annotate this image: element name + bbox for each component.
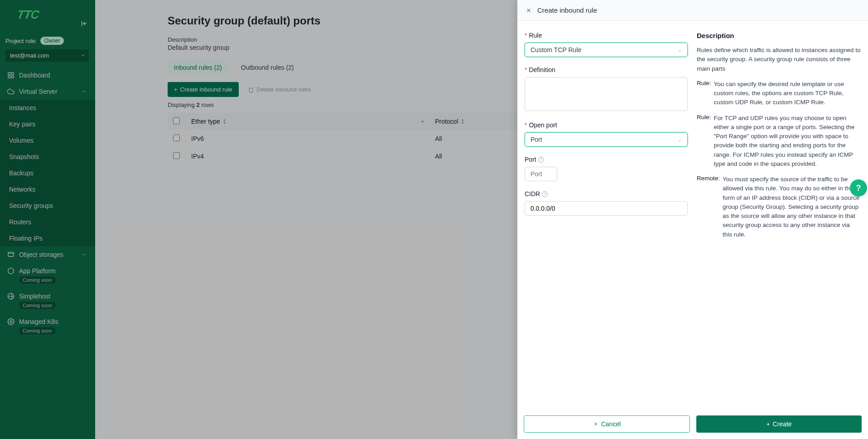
desc-term: Remote: xyxy=(697,175,720,239)
help-fab[interactable]: ? xyxy=(850,179,867,197)
cidr-input[interactable] xyxy=(525,201,688,216)
desc-item: Remote: You must specify the source of t… xyxy=(697,175,861,239)
drawer-header: Create inbound rule xyxy=(517,0,868,21)
create-button[interactable]: + Create xyxy=(696,415,862,433)
port-input[interactable] xyxy=(525,167,557,181)
open-port-select[interactable]: Port ⌄ xyxy=(525,132,688,147)
open-port-label: Open port xyxy=(529,121,557,129)
desc-item: Rule: For TCP and UDP rules you may choo… xyxy=(697,114,861,169)
help-icon[interactable]: ? xyxy=(542,191,548,197)
field-port: Port? xyxy=(525,156,688,181)
desc-def: For TCP and UDP rules you may choose to … xyxy=(714,114,861,169)
open-port-value: Port xyxy=(530,136,542,143)
field-cidr: CIDR? xyxy=(525,190,688,216)
drawer-title: Create inbound rule xyxy=(537,6,597,14)
cidr-label: CIDR xyxy=(525,190,540,198)
chevron-down-icon: ⌄ xyxy=(678,137,682,143)
cancel-label: Cancel xyxy=(601,420,621,428)
field-definition: *Definition xyxy=(525,66,688,112)
rule-label: Rule xyxy=(529,32,542,39)
close-icon xyxy=(593,421,598,427)
description-column: Description Rules define which traffic i… xyxy=(697,32,861,410)
help-icon[interactable]: ? xyxy=(538,157,544,163)
chevron-down-icon: ⌄ xyxy=(678,47,682,53)
close-icon[interactable] xyxy=(526,7,532,14)
description-heading: Description xyxy=(697,32,861,39)
rule-select-value: Custom TCP Rule xyxy=(530,46,581,53)
cancel-button[interactable]: Cancel xyxy=(524,415,690,433)
definition-label: Definition xyxy=(529,66,555,73)
definition-textarea[interactable] xyxy=(525,77,688,111)
drawer-footer: Cancel + Create xyxy=(517,410,868,439)
create-label: Create xyxy=(773,420,792,428)
port-label: Port xyxy=(525,156,536,163)
create-inbound-rule-drawer: Create inbound rule *Rule Custom TCP Rul… xyxy=(517,0,868,439)
desc-term: Rule: xyxy=(697,80,711,107)
desc-def: You can specify the desired rule templat… xyxy=(714,80,861,107)
desc-def: You must specify the source of the traff… xyxy=(723,175,861,239)
desc-term: Rule: xyxy=(697,114,711,169)
description-intro: Rules define which traffic is allowed to… xyxy=(697,46,861,73)
field-rule: *Rule Custom TCP Rule ⌄ xyxy=(525,32,688,57)
desc-item: Rule: You can specify the desired rule t… xyxy=(697,80,861,107)
drawer-body: *Rule Custom TCP Rule ⌄ *Definition *Ope… xyxy=(517,21,868,410)
rule-select[interactable]: Custom TCP Rule ⌄ xyxy=(525,43,688,57)
field-open-port: *Open port Port ⌄ xyxy=(525,121,688,147)
form-column: *Rule Custom TCP Rule ⌄ *Definition *Ope… xyxy=(525,32,688,410)
plus-icon: + xyxy=(766,420,770,428)
